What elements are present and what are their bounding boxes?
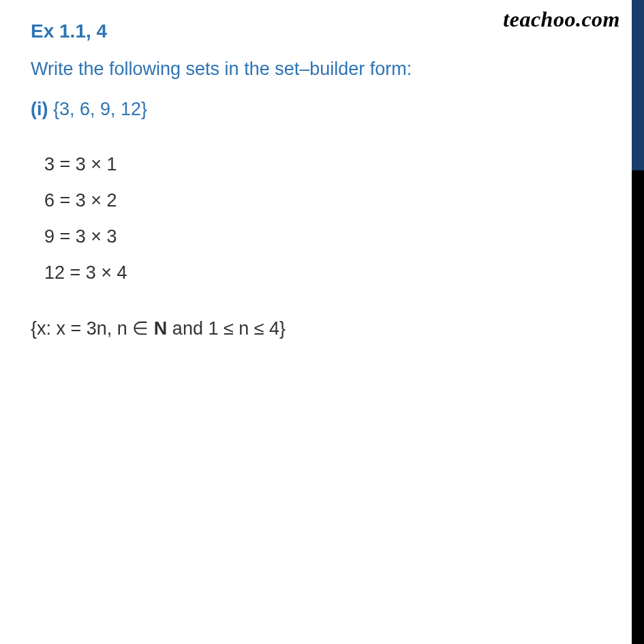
sub-part-label: (i) [31,99,48,119]
working-line: 6 = 3 × 2 [44,190,613,211]
answer-prefix: {x: x = 3n, n ∈ [31,318,154,339]
sub-part-content: {3, 6, 9, 12} [53,99,147,119]
question-text: Write the following sets in the set–buil… [31,59,613,80]
answer-line: {x: x = 3n, n ∈ N and 1 ≤ n ≤ 4} [31,318,613,339]
answer-suffix: and 1 ≤ n ≤ 4} [167,318,286,339]
side-accent-black [632,170,644,644]
answer-bold: N [154,318,168,339]
side-accent-blue [632,0,644,170]
document-content: Ex 1.1, 4 Write the following sets in th… [0,0,644,360]
working-line: 9 = 3 × 3 [44,226,613,247]
watermark: teachoo.com [503,7,620,32]
working-line: 12 = 3 × 4 [44,262,613,283]
working-line: 3 = 3 × 1 [44,154,613,175]
sub-part-line: (i) {3, 6, 9, 12} [31,99,613,120]
working-section: 3 = 3 × 1 6 = 3 × 2 9 = 3 × 3 12 = 3 × 4 [31,154,613,283]
